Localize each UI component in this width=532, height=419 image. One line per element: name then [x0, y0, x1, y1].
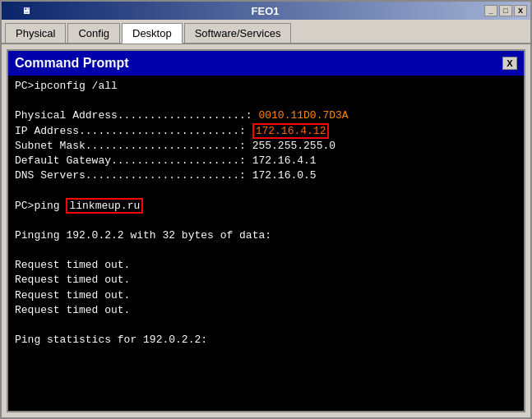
ip-address-value: 172.16.4.12: [252, 123, 330, 139]
cmd-title: Command Prompt: [15, 56, 129, 71]
default-gateway-value: 172.16.4.1: [252, 154, 317, 167]
default-gateway-label: Default Gateway....................:: [15, 154, 252, 167]
tab-config[interactable]: Config: [67, 23, 120, 43]
tab-physical[interactable]: Physical: [5, 23, 66, 43]
cmd-body[interactable]: PC>ipconfig /all Physical Address.......…: [8, 76, 524, 411]
tab-bar: Physical Config Desktop Software/Service…: [2, 20, 530, 44]
minimize-button[interactable]: _: [484, 5, 497, 16]
ip-address-label: IP Address.........................:: [15, 125, 252, 137]
window-title: FEO1: [46, 5, 484, 17]
dns-servers-value: 172.16.0.5: [252, 169, 317, 182]
request-timeout-2: Request timed out.: [15, 274, 130, 286]
main-window: 🖥 FEO1 _ □ X Physical Config Desktop Sof…: [0, 0, 532, 419]
ping-stats: Ping statistics for 192.0.2.2:: [15, 334, 207, 346]
cmd-line-ipconfig: PC>ipconfig /all: [15, 80, 118, 92]
title-bar: 🖥 FEO1 _ □ X: [2, 2, 530, 20]
ping-command-prefix: PC>ping: [15, 200, 66, 212]
cmd-window: Command Prompt X PC>ipconfig /all Physic…: [7, 49, 525, 412]
ping-host: linkmeup.ru: [66, 198, 143, 214]
maximize-button[interactable]: □: [499, 5, 512, 16]
cmd-title-bar: Command Prompt X: [8, 51, 524, 76]
dns-servers-label: DNS Servers........................:: [15, 169, 252, 182]
subnet-mask-value: 255.255.255.0: [252, 140, 335, 152]
tab-software[interactable]: Software/Services: [184, 23, 292, 43]
tab-desktop[interactable]: Desktop: [122, 23, 183, 44]
subnet-mask-label: Subnet Mask........................:: [15, 140, 252, 152]
request-timeout-3: Request timed out.: [15, 289, 130, 302]
pinging-line: Pinging 192.0.2.2 with 32 bytes of data:: [15, 229, 271, 242]
physical-address-label: Physical Address....................:: [15, 109, 258, 122]
window-controls: _ □ X: [484, 5, 527, 16]
content-area: Command Prompt X PC>ipconfig /all Physic…: [2, 44, 530, 417]
window-icon: 🖥: [21, 6, 30, 16]
cmd-close-button[interactable]: X: [502, 57, 517, 70]
close-button[interactable]: X: [514, 5, 527, 16]
physical-address-value: 0010.11D0.7D3A: [258, 109, 348, 122]
request-timeout-4: Request timed out.: [15, 304, 130, 316]
request-timeout-1: Request timed out.: [15, 259, 130, 271]
